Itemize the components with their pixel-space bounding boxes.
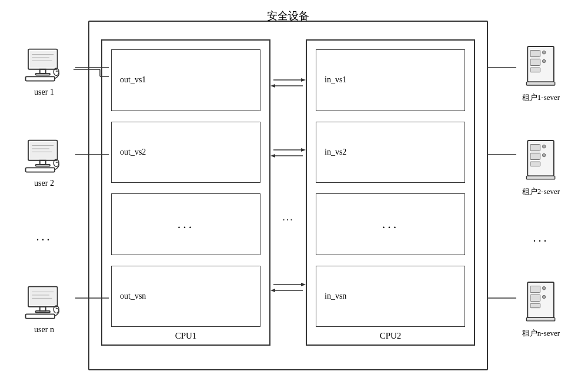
user-1-item: user 1 [23, 48, 65, 97]
in-vs2-box: in_vs2 [316, 122, 465, 183]
double-arrow-1 [270, 74, 306, 92]
cpu-boxes-container: out_vs1 out_vs2 ... out_vsn CPU1 [89, 22, 487, 369]
security-device-box: 安全设备 out_vs1 out_vs2 ... out_vsn CPU1 [88, 21, 488, 370]
svg-rect-64 [530, 295, 540, 301]
out-vsdots-box: ... [111, 193, 260, 255]
svg-rect-10 [30, 51, 56, 68]
computer-icon-1 [23, 48, 65, 85]
server-n-item: 租户n-sever [522, 279, 560, 339]
user-n-label: user n [34, 325, 54, 335]
svg-marker-39 [270, 84, 275, 88]
cpu1-column: out_vs1 out_vs2 ... out_vsn CPU1 [101, 39, 270, 346]
in-vsdots-box: ... [316, 193, 465, 255]
server-icon-2 [522, 138, 560, 184]
svg-rect-68 [526, 317, 554, 321]
user-1-label: user 1 [34, 88, 54, 97]
cpu2-label: CPU2 [380, 331, 402, 341]
svg-rect-65 [530, 303, 540, 307]
svg-rect-11 [40, 69, 46, 73]
user-2-item: user 2 [23, 139, 65, 188]
server-2-label: 租户2-sever [522, 186, 560, 197]
svg-rect-51 [530, 68, 540, 72]
svg-marker-43 [270, 154, 275, 158]
svg-point-53 [542, 60, 546, 63]
servers-column: 租户1-sever 租户2-sever ... [506, 26, 576, 356]
server-1-label: 租户1-sever [522, 92, 560, 103]
server-n-label: 租户n-sever [522, 328, 560, 339]
double-arrow-2 [270, 144, 306, 162]
users-dots: ... [36, 230, 52, 243]
svg-marker-37 [301, 78, 306, 82]
svg-rect-19 [30, 142, 56, 159]
svg-rect-54 [526, 82, 554, 86]
svg-marker-45 [301, 283, 306, 286]
svg-rect-30 [36, 311, 50, 313]
svg-rect-57 [530, 153, 540, 159]
server-2-item: 租户2-sever [522, 138, 560, 197]
svg-rect-29 [40, 307, 46, 311]
svg-marker-47 [270, 289, 275, 292]
server-1-item: 租户1-sever [522, 44, 560, 103]
svg-point-66 [542, 286, 546, 290]
arrows-dots: ··· [282, 214, 294, 226]
in-vsn-box: in_vsn [316, 266, 465, 327]
svg-point-52 [542, 51, 546, 55]
out-vsn-box: out_vsn [111, 266, 260, 327]
cpu2-column: in_vs1 in_vs2 ... in_vsn CPU2 [306, 39, 475, 346]
user-2-label: user 2 [34, 179, 54, 188]
svg-rect-21 [36, 165, 50, 166]
svg-rect-31 [26, 315, 55, 319]
security-device-title: 安全设备 [267, 9, 309, 23]
svg-rect-22 [26, 168, 55, 172]
svg-rect-49 [530, 51, 540, 57]
svg-point-67 [542, 295, 546, 299]
server-icon-n [522, 279, 560, 326]
svg-rect-28 [30, 289, 56, 306]
diagram-container: user 1 user 2 ... [12, 9, 576, 379]
out-vs2-box: out_vs2 [111, 122, 260, 183]
server-icon-1 [522, 44, 560, 90]
computer-icon-2 [23, 139, 65, 176]
cpu1-label: CPU1 [175, 331, 197, 341]
computer-icon-n [23, 285, 65, 323]
in-vs1-box: in_vs1 [316, 49, 465, 111]
svg-rect-50 [530, 59, 540, 66]
svg-rect-58 [530, 162, 540, 166]
arrows-section: ··· [270, 39, 306, 346]
svg-point-59 [542, 145, 546, 148]
svg-rect-61 [526, 176, 554, 179]
svg-rect-12 [36, 73, 50, 75]
svg-rect-13 [26, 76, 55, 81]
svg-rect-56 [530, 144, 540, 150]
svg-rect-63 [530, 286, 540, 292]
svg-rect-20 [40, 160, 46, 165]
servers-dots: ... [533, 231, 549, 245]
out-vs1-box: out_vs1 [111, 49, 260, 111]
user-n-item: user n [23, 285, 65, 335]
svg-marker-41 [301, 148, 306, 152]
double-arrow-n [270, 279, 306, 296]
users-column: user 1 user 2 ... [12, 26, 76, 356]
svg-point-60 [542, 153, 546, 157]
